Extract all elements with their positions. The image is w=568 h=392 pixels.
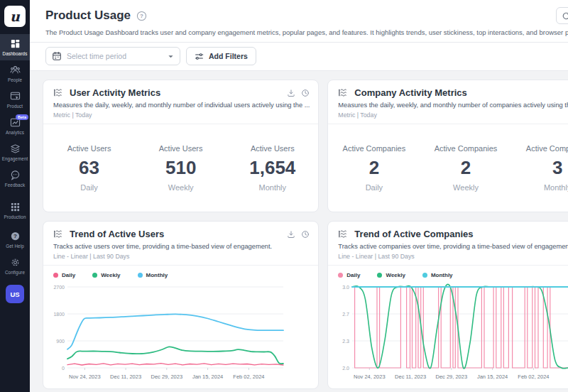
- card-description: Tracks active users over time, providing…: [53, 243, 310, 250]
- sidebar-item-people[interactable]: People: [0, 60, 30, 87]
- legend-weekly-dot: [377, 273, 382, 278]
- legend-item-daily[interactable]: Daily: [53, 272, 75, 278]
- svg-text:2.0: 2.0: [343, 366, 350, 371]
- svg-text:1800: 1800: [53, 312, 65, 317]
- gear-icon: [10, 257, 21, 268]
- sidebar-item-analytics[interactable]: Beta Analytics: [0, 113, 30, 139]
- sidebar-item-get-help[interactable]: ? Get Help: [0, 227, 30, 253]
- download-icon[interactable]: [287, 230, 295, 239]
- legend-daily-dot: [53, 273, 58, 278]
- metric-monthly: Active Companies 3 Monthly: [512, 144, 568, 192]
- history-icon[interactable]: [301, 230, 310, 239]
- history-icon[interactable]: [301, 89, 310, 97]
- metric-period: Weekly: [420, 183, 511, 192]
- chevron-down-icon: [168, 53, 174, 60]
- sidebar-item-configure[interactable]: Configure: [0, 253, 30, 279]
- people-icon: [10, 65, 21, 75]
- metric-label: Active Companies: [328, 144, 420, 153]
- sidebar-item-production[interactable]: Production: [0, 197, 30, 224]
- sidebar-item-label: Feedback: [5, 183, 25, 187]
- svg-text:Dec 11, 2023: Dec 11, 2023: [110, 374, 141, 380]
- metric-period: Daily: [328, 183, 420, 192]
- legend-item-weekly[interactable]: Weekly: [92, 272, 120, 278]
- legend-item-monthly[interactable]: Monthly: [422, 272, 453, 278]
- beta-badge: Beta: [16, 114, 28, 120]
- time-period-select[interactable]: Select time period: [45, 47, 180, 65]
- svg-text:3.0: 3.0: [343, 285, 350, 290]
- sliders-icon: [195, 52, 204, 61]
- grid-dots-icon: [10, 202, 21, 212]
- sidebar-item-feedback[interactable]: Feedback: [0, 165, 30, 192]
- metric-period: Monthly: [512, 183, 568, 192]
- svg-text:?: ?: [140, 13, 143, 19]
- main-area: Product Usage ? The Product Usage Dashbo…: [30, 0, 568, 392]
- metric-weekly: Active Users 510 Weekly: [135, 144, 226, 192]
- active-users-line-chart: 090018002700Nov 24, 2023Dec 11, 2023Dec …: [43, 280, 318, 383]
- metric-period: Monthly: [226, 183, 318, 192]
- card-meta: Line - Linear | Last 90 Days: [338, 253, 568, 260]
- metric-wave-icon: [338, 87, 349, 98]
- download-icon[interactable]: [287, 89, 295, 97]
- card-title: Trend of Active Users: [70, 229, 281, 239]
- svg-text:Jan 15, 2024: Jan 15, 2024: [192, 374, 223, 380]
- chat-bubble-icon: [10, 170, 21, 180]
- legend-monthly-dot: [422, 273, 427, 278]
- metric-value: 510: [135, 157, 226, 179]
- legend-item-weekly[interactable]: Weekly: [377, 272, 405, 278]
- metric-daily: Active Users 63 Daily: [43, 144, 135, 192]
- legend-label: Weekly: [386, 272, 405, 278]
- sidebar-item-engagement[interactable]: Engagement: [0, 139, 30, 165]
- svg-text:2.7: 2.7: [343, 312, 350, 317]
- sidebar-item-dashboards[interactable]: Dashboards: [0, 34, 30, 60]
- help-icon: ?: [10, 231, 21, 241]
- svg-text:Nov 24, 2023: Nov 24, 2023: [69, 374, 101, 380]
- sidebar-item-label: Engagement: [2, 156, 28, 161]
- user-avatar[interactable]: US: [6, 285, 24, 303]
- metric-value: 2: [328, 157, 420, 179]
- metric-label: Active Companies: [512, 144, 568, 153]
- product-icon: [10, 91, 21, 102]
- card-description: Measures the daily, weekly, and monthly …: [53, 102, 310, 109]
- calendar-icon: [52, 51, 62, 61]
- sidebar-item-label: Configure: [5, 270, 25, 275]
- refresh-button[interactable]: [556, 7, 568, 24]
- svg-text:2.3: 2.3: [343, 339, 350, 344]
- chart-legend: Daily Weekly Monthly: [43, 266, 318, 280]
- legend-item-monthly[interactable]: Monthly: [138, 272, 168, 278]
- metric-period: Daily: [43, 183, 135, 192]
- page-description: The Product Usage Dashboard tracks user …: [45, 28, 568, 36]
- svg-text:?: ?: [13, 233, 17, 239]
- legend-weekly-dot: [92, 273, 97, 278]
- add-filters-button[interactable]: Add Filters: [186, 47, 256, 65]
- filter-bar: Select time period Add Filters: [30, 43, 568, 71]
- legend-label: Monthly: [431, 272, 453, 278]
- metric-label: Active Users: [226, 144, 318, 153]
- card-meta: Metric | Today: [338, 111, 568, 119]
- svg-text:0: 0: [62, 366, 65, 371]
- card-user-activity-metrics: User Activity Metrics Measures the daily…: [43, 80, 319, 212]
- metric-value: 63: [43, 157, 135, 179]
- sidebar: u Dashboards People Product Beta Analyti…: [0, 0, 30, 392]
- card-trend-active-companies: Trend of Active Companies Tracks active …: [327, 221, 568, 389]
- card-meta: Metric | Today: [53, 111, 310, 119]
- legend-label: Monthly: [146, 272, 168, 278]
- card-company-activity-metrics: Company Activity Metrics Measures the da…: [327, 80, 568, 212]
- legend-item-daily[interactable]: Daily: [338, 272, 360, 278]
- svg-text:Feb 02, 2024: Feb 02, 2024: [233, 374, 264, 380]
- sidebar-item-label: Production: [4, 214, 26, 219]
- card-meta: Line - Linear | Last 90 Days: [53, 253, 310, 260]
- svg-text:Dec 29, 2023: Dec 29, 2023: [151, 374, 182, 380]
- sidebar-item-product[interactable]: Product: [0, 87, 30, 113]
- metric-value: 3: [512, 157, 568, 179]
- page-title: Product Usage: [45, 9, 131, 23]
- metric-period: Weekly: [135, 183, 226, 192]
- app-logo[interactable]: u: [4, 6, 26, 27]
- time-period-placeholder: Select time period: [67, 52, 163, 60]
- card-description: Tracks active companies over time, provi…: [338, 243, 568, 250]
- dashboards-icon: [10, 38, 21, 49]
- svg-text:Feb 02, 2024: Feb 02, 2024: [518, 374, 550, 380]
- legend-monthly-dot: [138, 273, 143, 278]
- active-companies-line-chart: 2.02.32.73.0Nov 24, 2023Dec 11, 2023Dec …: [328, 280, 568, 383]
- page-help-icon[interactable]: ?: [136, 11, 147, 21]
- legend-label: Daily: [62, 272, 75, 278]
